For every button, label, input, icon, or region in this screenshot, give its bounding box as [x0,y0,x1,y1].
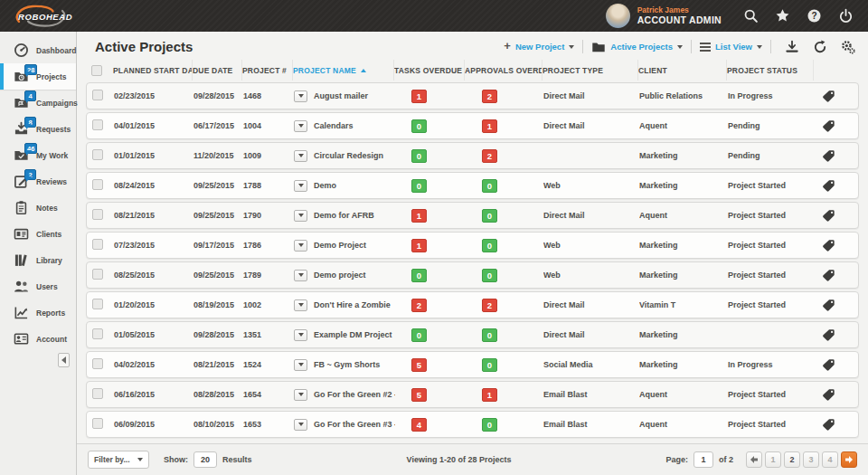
row-checkbox[interactable] [92,269,103,280]
row-actions-dropdown[interactable] [294,180,307,192]
tag-icon[interactable] [822,418,835,432]
row-actions-dropdown[interactable] [294,270,307,281]
next-page-button[interactable] [841,451,857,468]
tag-icon[interactable] [822,119,835,133]
row-checkbox[interactable] [92,209,103,220]
row-checkbox[interactable] [92,299,103,309]
row-actions-dropdown[interactable] [294,359,307,371]
table-row[interactable]: 01/20/2015 08/19/2015 1002 Don't Hire a … [86,291,859,318]
column-header-project-name[interactable]: PROJECT NAME [293,60,394,81]
table-row[interactable]: 04/02/2015 08/21/2015 1524 FB ~ Gym Shor… [86,351,859,378]
row-actions-dropdown[interactable] [294,329,307,341]
row-actions-dropdown[interactable] [294,299,307,311]
table-row[interactable]: 08/24/2015 09/25/2015 1788 Demo 0 0 Web … [86,172,859,199]
row-checkbox[interactable] [92,179,103,190]
show-count-input[interactable] [193,451,217,468]
sidebar-item-dashboard[interactable]: Dashboard [0,37,76,63]
roboHead-logo: ROBOHEAD [11,3,81,30]
previous-page-button[interactable] [746,451,762,468]
sidebar-item-campaigns[interactable]: 4 Campaigns [0,90,76,116]
sidebar-item-projects[interactable]: 28 Projects [0,63,76,90]
select-all-checkbox[interactable] [91,65,102,76]
row-actions-dropdown[interactable] [294,90,307,102]
refresh-icon[interactable] [813,40,827,54]
tag-icon[interactable] [822,179,835,193]
table-row[interactable]: 06/16/2015 08/28/2015 1654 Go For the Gr… [86,381,859,408]
row-checkbox[interactable] [92,388,103,399]
tags-cell [815,209,858,223]
new-project-button[interactable]: New Project [504,42,574,52]
column-header-project-number[interactable]: PROJECT # [242,60,293,81]
page-button-2[interactable]: 2 [784,451,800,468]
sidebar-item-reports[interactable]: Reports [0,299,76,326]
tag-icon[interactable] [822,90,835,103]
count-badge: 8 [24,117,36,128]
tag-icon[interactable] [822,358,835,372]
sidebar-item-users[interactable]: Users [0,273,76,299]
sidebar-item-requests[interactable]: 8 Requests [0,116,76,142]
row-checkbox[interactable] [92,328,103,339]
column-header-approvals-overdue[interactable]: APPROVALS OVERDUE [465,60,542,81]
page-button-4[interactable]: 4 [822,451,838,468]
download-icon[interactable] [785,40,799,54]
sidebar-collapse-button[interactable] [58,353,70,367]
filter-by-select[interactable]: Filter by... [88,451,149,469]
row-checkbox[interactable] [92,358,103,369]
table-row[interactable]: 02/23/2015 09/28/2015 1468 August mailer… [86,82,859,109]
column-header-project-status[interactable]: PROJECT STATUS [727,60,814,81]
tag-icon[interactable] [822,209,835,223]
row-actions-dropdown[interactable] [294,389,307,401]
table-row[interactable]: 07/23/2015 09/17/2015 1786 Demo Project … [86,232,859,259]
tag-icon[interactable] [822,149,835,163]
sidebar-item-account[interactable]: Account [0,326,76,352]
row-actions-dropdown[interactable] [294,419,307,431]
user-menu[interactable]: Patrick James ACCOUNT ADMIN [606,4,722,28]
table-row[interactable]: 01/05/2015 09/28/2015 1351 Example DM Pr… [86,321,859,348]
row-actions-dropdown[interactable] [294,240,307,252]
row-checkbox[interactable] [92,418,103,429]
sidebar-item-reviews[interactable]: 2 Reviews [0,168,76,195]
tags-cell [815,179,858,193]
table-row[interactable]: 08/25/2015 09/25/2015 1789 Demo project … [86,261,859,289]
page-button-1[interactable]: 1 [765,451,781,468]
tag-icon[interactable] [822,388,835,402]
table-row[interactable]: 01/01/2015 11/20/2015 1009 Circular Rede… [86,142,859,169]
row-actions-dropdown[interactable] [294,120,307,132]
page-number-input[interactable] [693,451,713,468]
approvals-overdue-cell: 0 [466,269,543,282]
page-button-3[interactable]: 3 [803,451,819,468]
list-view-button[interactable]: List View [700,42,762,52]
column-header-tasks-overdue[interactable]: TASKS OVERDUE [394,60,465,81]
table-row[interactable]: 08/21/2015 09/25/2015 1790 Demo for AFRB… [86,202,859,229]
column-header-project-type[interactable]: PROJECT TYPE [542,60,638,81]
row-checkbox[interactable] [92,90,103,100]
column-header-due-date[interactable]: DUE DATE [193,60,242,81]
row-actions-dropdown[interactable] [294,150,307,162]
view-selector-button[interactable]: Active Projects [591,40,683,54]
column-header-planned-start-date[interactable]: PLANNED START DATE [113,60,193,81]
settings-gears-icon[interactable] [841,40,855,54]
chevron-down-icon [569,45,574,52]
row-checkbox[interactable] [92,119,103,130]
tag-icon[interactable] [822,239,835,252]
table-row[interactable]: 04/01/2015 06/17/2015 1004 Calendars 0 1… [86,112,859,139]
sidebar-item-notes[interactable]: Notes [0,195,76,221]
power-icon[interactable] [838,8,854,24]
tag-icon[interactable] [822,269,835,282]
sidebar-item-library[interactable]: Library [0,247,76,273]
sidebar-item-clients[interactable]: Clients [0,221,76,247]
avatar[interactable] [606,4,630,28]
project-status-cell: Project Started [728,211,815,220]
row-checkbox[interactable] [92,149,103,160]
approvals-overdue-badge: 0 [482,269,497,282]
table-row[interactable]: 06/09/2015 08/10/2015 1653 Go For the Gr… [86,411,859,438]
sidebar-item-my-work[interactable]: 46 My Work [0,142,76,168]
search-icon[interactable] [743,8,759,24]
column-header-client[interactable]: CLIENT [638,60,727,81]
row-checkbox[interactable] [92,239,103,250]
tag-icon[interactable] [822,299,835,312]
star-icon[interactable] [775,8,790,24]
help-icon[interactable] [807,8,822,24]
tag-icon[interactable] [822,328,835,342]
row-actions-dropdown[interactable] [294,210,307,222]
